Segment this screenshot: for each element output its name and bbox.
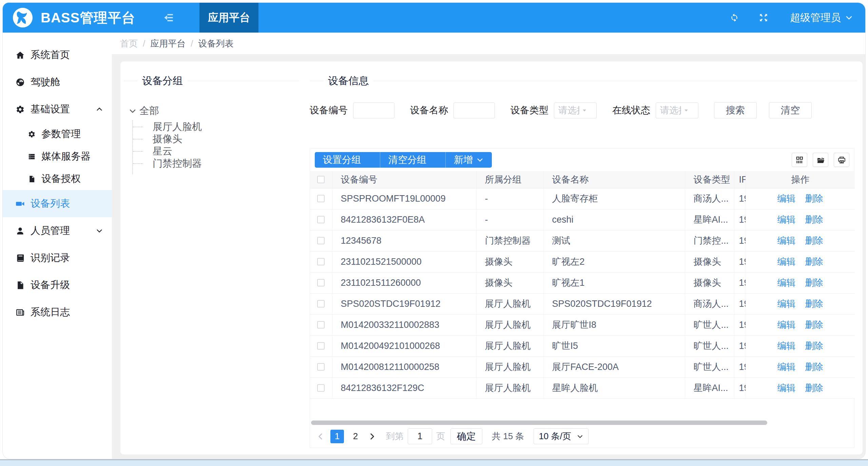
column-device-code: 设备编号 [332, 171, 476, 188]
search-button[interactable]: 搜索 [714, 102, 757, 118]
sidebar-item-device-list[interactable]: 设备列表 [3, 190, 112, 217]
edit-link[interactable]: 编辑 [777, 341, 795, 351]
device-group-tree: 全部 展厅人脸机 摄像头 星云 [124, 104, 310, 174]
column-settings-button[interactable] [792, 153, 807, 167]
row-checkbox[interactable] [317, 258, 325, 265]
delete-link[interactable]: 删除 [805, 215, 823, 225]
edit-link[interactable]: 编辑 [777, 383, 795, 393]
select-all-checkbox[interactable] [317, 176, 325, 183]
sidebar-item-device-authorization[interactable]: 设备授权 [3, 168, 112, 190]
delete-link[interactable]: 删除 [805, 278, 823, 288]
set-group-button[interactable]: 设置分组 [315, 152, 380, 168]
export-button[interactable] [813, 153, 828, 167]
edit-link[interactable]: 编辑 [777, 278, 795, 288]
cell-device-name: 展厅旷世I8 [543, 314, 685, 335]
table-row: 2311021521500000 摄像头 旷视左2 摄像头 19 编辑 删除 [310, 251, 855, 272]
sidebar-item-label: 系统首页 [31, 48, 70, 62]
edit-link[interactable]: 编辑 [777, 257, 795, 267]
sidebar-item-basic-settings[interactable]: 基础设置 [3, 96, 112, 123]
delete-link[interactable]: 删除 [805, 341, 823, 351]
breadcrumb-item: 设备列表 [198, 38, 244, 50]
delete-link[interactable]: 删除 [805, 383, 823, 393]
table-row: M014200492101000268 展厅人脸机 旷世I5 旷世人... 19… [310, 335, 855, 356]
delete-link[interactable]: 删除 [805, 362, 823, 372]
caret-down-icon [683, 107, 689, 113]
cell-device-name: ceshi [543, 209, 685, 230]
delete-link[interactable]: 删除 [805, 320, 823, 330]
camera-icon [16, 199, 25, 208]
row-checkbox[interactable] [317, 300, 325, 307]
edit-link[interactable]: 编辑 [777, 362, 795, 372]
jump-page-input[interactable] [408, 428, 432, 444]
page-number[interactable]: 1 [330, 430, 344, 443]
clear-group-button[interactable]: 清空分组 [380, 152, 445, 168]
user-icon [16, 226, 25, 236]
edit-link[interactable]: 编辑 [777, 236, 795, 246]
delete-link[interactable]: 删除 [805, 257, 823, 267]
cell-device-code: 2311021511260000 [332, 272, 476, 293]
delete-link[interactable]: 删除 [805, 299, 823, 309]
sidebar-item-label: 设备授权 [41, 172, 81, 186]
tab-app-platform[interactable]: 应用平台 [199, 3, 258, 33]
cell-group: 门禁控制器 [476, 230, 543, 251]
collapse-menu-icon[interactable] [163, 12, 174, 23]
edit-link[interactable]: 编辑 [777, 215, 795, 225]
sidebar-item-cockpit[interactable]: 驾驶舱 [3, 69, 112, 96]
cell-device-code: 84212836132F129C [332, 377, 476, 398]
row-checkbox[interactable] [317, 363, 325, 371]
sidebar: 系统首页 驾驶舱 基础设置 参数管理 [3, 33, 112, 459]
device-type-select[interactable]: 请选择 [554, 102, 597, 118]
refresh-icon[interactable] [730, 13, 739, 22]
row-checkbox[interactable] [317, 342, 325, 350]
page-scrollbar[interactable] [0, 459, 868, 466]
row-checkbox[interactable] [317, 279, 325, 286]
sidebar-item-parameter-management[interactable]: 参数管理 [3, 123, 112, 145]
tree-node[interactable]: 门禁控制器 [133, 157, 310, 169]
fullscreen-icon[interactable] [759, 13, 768, 22]
sidebar-item-system-home[interactable]: 系统首页 [3, 41, 112, 69]
tree-node[interactable]: 星云 [133, 145, 310, 157]
sidebar-item-system-log[interactable]: 系统日志 [3, 299, 112, 326]
row-checkbox[interactable] [317, 216, 325, 223]
sidebar-item-recognition-records[interactable]: 识别记录 [3, 244, 112, 272]
cell-ip: 19 [734, 272, 746, 293]
breadcrumb-item[interactable]: 首页 [120, 38, 150, 50]
sidebar-item-personnel-management[interactable]: 人员管理 [3, 217, 112, 244]
row-checkbox[interactable] [317, 384, 325, 392]
tree-node[interactable]: 摄像头 [133, 133, 310, 145]
online-status-select[interactable]: 请选择 [656, 102, 698, 118]
print-button[interactable] [834, 153, 849, 167]
cell-device-type: 摄像头 [685, 251, 734, 272]
sidebar-item-media-server[interactable]: 媒体服务器 [3, 145, 112, 168]
edit-link[interactable]: 编辑 [777, 299, 795, 309]
prev-page-button[interactable] [316, 432, 325, 441]
page-size-select[interactable]: 10 条/页 [534, 428, 588, 444]
row-checkbox[interactable] [317, 195, 325, 202]
next-page-button[interactable] [368, 432, 377, 441]
tree-node[interactable]: 展厅人脸机 [133, 120, 310, 133]
edit-link[interactable]: 编辑 [777, 320, 795, 330]
cell-actions: 编辑 删除 [746, 377, 855, 398]
content-area: 首页 应用平台 设备列表 设备分组 全部 [112, 33, 865, 459]
confirm-button[interactable]: 确定 [450, 428, 482, 444]
chevron-down-icon[interactable] [129, 107, 137, 115]
user-menu[interactable]: 超级管理员 [790, 11, 853, 25]
page-number[interactable]: 2 [349, 430, 362, 443]
sidebar-item-device-upgrade[interactable]: 设备升级 [3, 272, 112, 299]
clear-button[interactable]: 清空 [769, 102, 812, 118]
row-checkbox[interactable] [317, 237, 325, 244]
chevron-up-icon [96, 106, 103, 113]
cell-ip: 19 [734, 314, 746, 335]
edit-link[interactable]: 编辑 [777, 193, 795, 204]
tree-root-node[interactable]: 全部 [129, 104, 310, 118]
row-checkbox[interactable] [317, 321, 325, 329]
scrollbar-thumb[interactable] [311, 421, 767, 425]
device-name-input[interactable] [454, 102, 495, 118]
cell-device-name: SPS020STDC19F01912 [543, 293, 685, 314]
delete-link[interactable]: 删除 [805, 193, 823, 204]
delete-link[interactable]: 删除 [805, 236, 823, 246]
device-code-input[interactable] [353, 102, 394, 118]
home-icon [16, 51, 25, 60]
add-button[interactable]: 新增 [445, 152, 492, 168]
breadcrumb-item[interactable]: 应用平台 [150, 38, 198, 50]
